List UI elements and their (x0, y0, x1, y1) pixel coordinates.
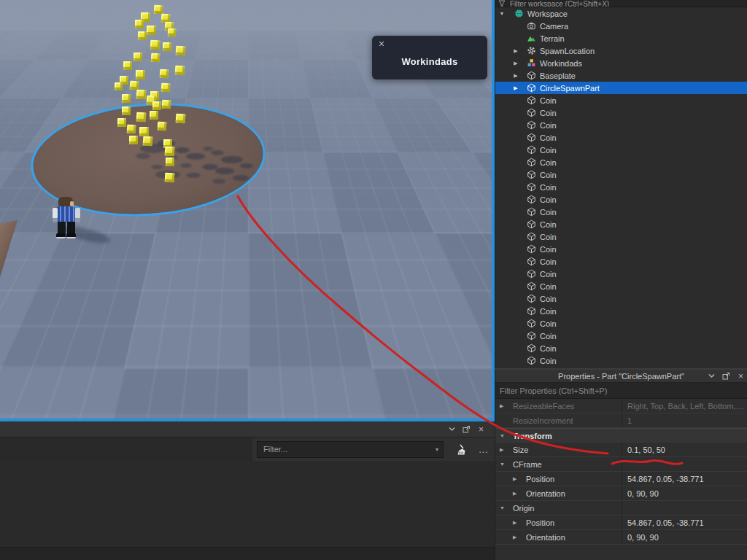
coin-part[interactable] (136, 70, 145, 79)
explorer-item-coin[interactable]: Coin (495, 94, 747, 106)
more-options-button[interactable]: ... (476, 441, 492, 459)
close-icon[interactable]: × (736, 371, 746, 381)
baseplate-ground[interactable] (0, 0, 495, 31)
explorer-item-coin[interactable]: Coin (495, 280, 747, 292)
explorer-item-coin[interactable]: Coin (495, 230, 747, 243)
explorer-item-coin[interactable]: Coin (495, 131, 747, 144)
property-value[interactable]: 54.867, 0.05, -38.771 (627, 516, 744, 530)
expand-arrow-icon[interactable]: ▶ (512, 73, 519, 79)
explorer-item-camera[interactable]: Camera (495, 20, 747, 32)
coin-part[interactable] (150, 39, 160, 50)
explorer-filter-input[interactable]: Filter workspace (Ctrl+Shift+X) (495, 0, 747, 7)
explorer-item-coin[interactable]: Coin (495, 106, 747, 119)
expand-arrow-icon[interactable]: ▶ (500, 399, 503, 413)
coin-part[interactable] (147, 26, 156, 35)
clear-output-button[interactable] (451, 441, 471, 459)
coin-part[interactable] (160, 69, 169, 79)
coin-part[interactable] (158, 122, 167, 131)
coin-part[interactable] (150, 111, 158, 120)
explorer-item-circlespawnpart[interactable]: ▶CircleSpawnPart (495, 82, 747, 94)
property-value[interactable]: 0, 90, 90 (627, 530, 744, 545)
coin-part[interactable] (151, 53, 160, 63)
explorer-item-coin[interactable]: Coin (495, 255, 747, 268)
coin-part[interactable] (167, 28, 176, 36)
explorer-item-coin[interactable]: Coin (495, 193, 747, 206)
coin-part[interactable] (142, 136, 152, 146)
collapse-arrow-icon[interactable]: ▼ (500, 457, 505, 472)
explorer-item-terrain[interactable]: Terrain (495, 32, 747, 44)
output-content[interactable] (0, 461, 495, 547)
coin-part[interactable] (115, 82, 123, 90)
explorer-item-coin[interactable]: Coin (495, 218, 747, 230)
explorer-item-coin[interactable]: Coin (495, 156, 747, 168)
chevron-down-icon[interactable] (707, 371, 716, 381)
explorer-item-coin[interactable]: Coin (495, 330, 747, 342)
expand-arrow-icon[interactable]: ▶ (513, 472, 516, 486)
coin-part[interactable] (122, 106, 131, 115)
coin-part[interactable] (162, 100, 171, 109)
explorer-item-workspace[interactable]: ▼Workspace (495, 7, 747, 20)
collapse-arrow-icon[interactable]: ▼ (500, 501, 505, 516)
coin-part[interactable] (152, 101, 161, 110)
chevron-down-icon[interactable] (447, 424, 457, 434)
expand-arrow-icon[interactable]: ▶ (513, 530, 516, 545)
coin-part[interactable] (135, 20, 144, 28)
expand-arrow-icon[interactable]: ▶ (512, 61, 519, 66)
coin-part[interactable] (123, 61, 132, 70)
coin-part[interactable] (139, 127, 149, 136)
viewport-3d[interactable]: × Workindads (0, 0, 495, 421)
explorer-item-coin[interactable]: Coin (495, 317, 747, 330)
coin-part[interactable] (129, 136, 138, 144)
explorer-item-label: Coin (540, 257, 557, 266)
explorer-item-coin[interactable]: Coin (495, 305, 747, 317)
coin-part[interactable] (164, 172, 174, 182)
player-avatar[interactable] (53, 195, 83, 241)
property-value[interactable]: 0.1, 50, 50 (627, 443, 744, 457)
explorer-item-coin[interactable]: Coin (495, 144, 747, 156)
property-value[interactable]: 0, 90, 90 (627, 486, 744, 501)
pop-out-icon[interactable] (462, 424, 471, 434)
explorer-item-coin[interactable]: Coin (495, 292, 747, 305)
expand-arrow-icon[interactable]: ▶ (513, 486, 516, 501)
coin-part[interactable] (175, 113, 185, 123)
collapse-arrow-icon[interactable]: ▼ (500, 429, 505, 443)
collapse-arrow-icon[interactable]: ▼ (498, 11, 506, 16)
coin-part[interactable] (164, 146, 174, 156)
coin-part[interactable] (136, 89, 146, 99)
explorer-item-spawnlocation[interactable]: ▶SpawnLocation (495, 44, 747, 57)
property-value[interactable]: 54.867, 0.05, -38.771 (627, 472, 744, 486)
coin-part[interactable] (163, 42, 171, 51)
close-icon[interactable]: × (379, 38, 384, 50)
output-filter-dropdown[interactable]: Filter... ▾ (257, 441, 444, 458)
expand-arrow-icon[interactable]: ▶ (512, 48, 519, 54)
coin-part[interactable] (166, 158, 174, 166)
coin-part[interactable] (175, 45, 185, 55)
coin-part[interactable] (117, 118, 126, 127)
pop-out-icon[interactable] (721, 371, 731, 381)
close-icon[interactable]: × (476, 424, 486, 434)
explorer-item-coin[interactable]: Coin (495, 243, 747, 255)
expand-arrow-icon[interactable]: ▶ (500, 443, 503, 457)
coin-part[interactable] (130, 81, 139, 90)
properties-filter-input[interactable]: Filter Properties (Ctrl+Shift+P) (495, 383, 747, 399)
coin-part[interactable] (174, 65, 185, 75)
expand-arrow-icon[interactable]: ▶ (512, 85, 519, 91)
explorer-item-baseplate[interactable]: ▶Baseplate (495, 69, 747, 82)
coin-part[interactable] (136, 112, 146, 122)
expand-arrow-icon[interactable]: ▶ (513, 516, 516, 530)
explorer-item-coin[interactable]: Coin (495, 354, 747, 367)
explorer-item-workindads[interactable]: ▶Workindads (495, 57, 747, 69)
explorer-item-coin[interactable]: Coin (495, 119, 747, 131)
explorer-item-coin[interactable]: Coin (495, 342, 747, 354)
part-icon (527, 343, 537, 354)
coin-part[interactable] (154, 5, 163, 15)
coin-part[interactable] (161, 83, 171, 93)
explorer-item-coin[interactable]: Coin (495, 168, 747, 181)
explorer-item-coin[interactable]: Coin (495, 206, 747, 218)
coin-part[interactable] (122, 94, 131, 103)
explorer-item-coin[interactable]: Coin (495, 181, 747, 193)
coin-part[interactable] (138, 31, 147, 40)
explorer-item-coin[interactable]: Coin (495, 268, 747, 280)
coin-part[interactable] (133, 52, 142, 61)
coin-part[interactable] (127, 125, 136, 134)
